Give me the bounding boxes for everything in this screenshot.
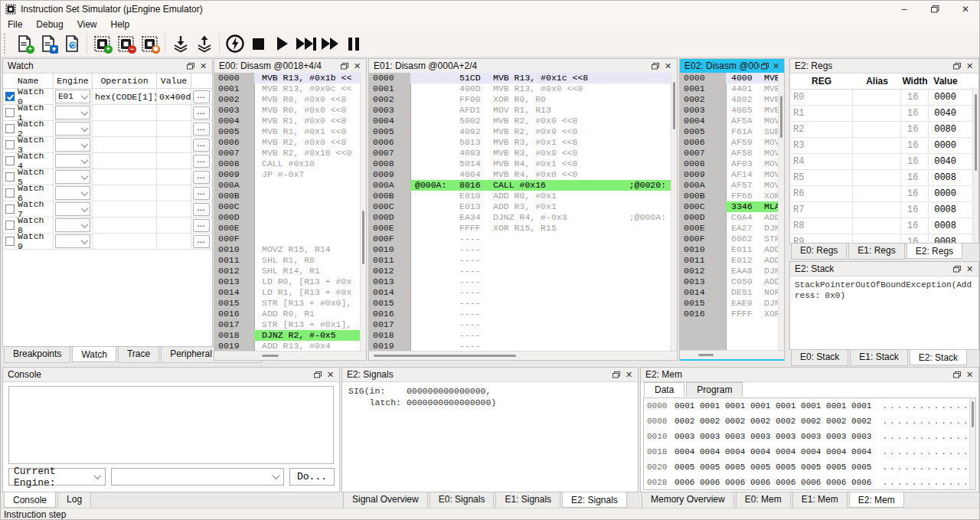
- engine-select[interactable]: [55, 138, 90, 152]
- disasm-row[interactable]: 0019 ----: [369, 341, 677, 351]
- disasm-row[interactable]: 0011 E012 ADD: [680, 255, 784, 266]
- watch-checkbox[interactable]: [5, 156, 15, 165]
- engine-combo[interactable]: Current Engine:: [8, 468, 106, 486]
- close-icon[interactable]: ✕: [622, 369, 635, 381]
- float-icon[interactable]: [950, 369, 963, 381]
- close-icon[interactable]: ✕: [963, 369, 976, 381]
- mem-values[interactable]: 0001 0001 0001 0001 0001 0001 0001 0001: [675, 401, 871, 410]
- watch-edit-button[interactable]: ...: [193, 203, 210, 216]
- scroll-thumb[interactable]: [975, 94, 977, 171]
- scroll-thumb[interactable]: [780, 96, 782, 138]
- close-icon[interactable]: ✕: [963, 263, 976, 275]
- disasm-row[interactable]: 0009 AF14 MOV: [680, 169, 784, 180]
- disasm-row[interactable]: 0009 JP #-0x7: [214, 169, 366, 180]
- disasm-row[interactable]: 0001 MVB R13, #0x9c <<: [214, 83, 366, 94]
- engine-remove-button[interactable]: −: [114, 32, 138, 55]
- disasm-row[interactable]: 0010 MOVZ R15, R14: [214, 244, 366, 255]
- disasm-row[interactable]: 0013 LD R0, [R13 + #0x: [214, 276, 366, 287]
- engine-select[interactable]: [55, 106, 90, 119]
- engine-select[interactable]: [55, 218, 90, 232]
- watch-checkbox[interactable]: [5, 124, 15, 133]
- disasm-row[interactable]: 0010 ----: [369, 244, 677, 255]
- console-output[interactable]: [8, 386, 334, 464]
- float-icon[interactable]: [338, 61, 351, 72]
- menu-item[interactable]: Debug: [29, 19, 70, 30]
- power-button[interactable]: [223, 32, 247, 55]
- tab[interactable]: E1: Mem: [792, 492, 848, 509]
- disasm-row[interactable]: 0004 5002 MVB R2, #0x0 <<8: [369, 116, 677, 126]
- engine-select[interactable]: [55, 234, 90, 248]
- float-icon[interactable]: [950, 263, 963, 275]
- disasm-row[interactable]: 0003 AFD1 MOV R1, R13: [369, 105, 677, 116]
- v-scrollbar[interactable]: [969, 398, 975, 489]
- tab[interactable]: Memory Overview: [642, 492, 734, 509]
- v-scrollbar[interactable]: [778, 73, 784, 350]
- mem-values[interactable]: 0006 0006 0006 0006 0006 0006 0006 0006: [675, 478, 871, 487]
- tab[interactable]: Program: [686, 382, 743, 397]
- tab[interactable]: Signal Overview: [343, 492, 428, 509]
- disasm-row[interactable]: 0006 MVB R2, #0x0 <<8: [214, 137, 366, 148]
- disasm-row[interactable]: 0006 5013 MVB R3, #0x1 <<8: [369, 137, 677, 148]
- step-to-end-button[interactable]: [294, 32, 318, 55]
- watch-edit-button[interactable]: ...: [193, 106, 210, 119]
- disasm-row[interactable]: 0002 FF00 XOR R0, R0: [369, 94, 677, 105]
- disasm-row[interactable]: 0015 STR [R13 + #0x0],: [214, 298, 366, 309]
- disasm-row[interactable]: 000D C0A4 ADD: [680, 212, 784, 223]
- file-add-button[interactable]: +: [12, 32, 36, 55]
- h-scrollbar[interactable]: [214, 351, 366, 360]
- mem-values[interactable]: 0003 0003 0003 0003 0003 0003 0003 0003: [675, 432, 871, 441]
- v-scrollbar[interactable]: [360, 73, 366, 351]
- watch-edit-button[interactable]: ...: [193, 171, 210, 184]
- v-scrollbar[interactable]: [972, 88, 978, 243]
- disasm-row[interactable]: 0009 4004 MVB R4, #0x0 <<0: [369, 169, 677, 180]
- disasm-row[interactable]: 0001 400D MVB R13, #0x0 <<0: [369, 83, 677, 94]
- close-icon[interactable]: ✕: [197, 61, 210, 72]
- disasm-row[interactable]: 0002 4802 MVB: [680, 94, 784, 105]
- engine-select[interactable]: [55, 154, 90, 168]
- close-icon[interactable]: ✕: [662, 61, 675, 72]
- watch-checkbox[interactable]: [5, 237, 15, 246]
- close-button[interactable]: ✕: [950, 1, 980, 18]
- engine-select[interactable]: [55, 170, 90, 184]
- menu-item[interactable]: View: [70, 19, 104, 30]
- disasm-row[interactable]: 000B E010 ADD R0, #0x1: [369, 191, 677, 201]
- mem-values[interactable]: 0004 0004 0004 0004 0004 0004 0004 0004: [675, 447, 871, 456]
- mem-values[interactable]: 0002 0002 0002 0002 0002 0002 0002 0002: [675, 417, 871, 426]
- pause-button[interactable]: [341, 32, 365, 55]
- register-value[interactable]: 0040: [929, 154, 962, 169]
- do-button[interactable]: Do...: [289, 468, 335, 486]
- disasm-row[interactable]: 0003 4085 MVB: [680, 105, 784, 116]
- disasm-row[interactable]: 0004 AF5A MOV: [680, 116, 784, 126]
- disasm-row[interactable]: 0007 MVB R2, #0x10 <<0: [214, 148, 366, 159]
- tab[interactable]: Trace: [118, 347, 159, 363]
- h-scrollbar[interactable]: [369, 351, 677, 360]
- watch-checkbox[interactable]: [5, 204, 15, 214]
- tab[interactable]: E2: Mem: [849, 492, 904, 508]
- disasm-row[interactable]: 000F: [214, 234, 366, 244]
- register-value[interactable]: 0000: [929, 186, 962, 201]
- disasm-row[interactable]: 0016 ----: [369, 309, 677, 319]
- disasm-row[interactable]: 000C 3346 MLA!: [680, 201, 784, 212]
- tab[interactable]: E1: Regs: [848, 244, 904, 260]
- register-value[interactable]: 0000: [929, 90, 962, 105]
- engine-select[interactable]: [55, 122, 90, 136]
- dump-program-button[interactable]: [192, 32, 216, 55]
- disasm-row[interactable]: 0017 ----: [369, 319, 677, 330]
- tab[interactable]: E1: Stack: [850, 350, 907, 366]
- disasm-row[interactable]: 000A @000A: 8016 CALL #0x16 ;@0020:: [369, 180, 677, 191]
- engine-select[interactable]: [55, 186, 90, 200]
- disasm-row[interactable]: 000C: [214, 201, 366, 212]
- watch-edit-button[interactable]: ...: [193, 219, 210, 232]
- disasm-row[interactable]: 0000 MVB R13, #0x1b <<: [214, 73, 366, 83]
- scroll-thumb[interactable]: [698, 354, 714, 356]
- engine-select[interactable]: E01: [55, 90, 90, 103]
- close-icon[interactable]: ✕: [963, 61, 976, 72]
- fast-run-button[interactable]: [318, 32, 341, 55]
- disasm-row[interactable]: 000A AF57 MOV: [680, 180, 784, 191]
- disasm-row[interactable]: 0008 CALL #0x10: [214, 159, 366, 169]
- disasm-row[interactable]: 000C E013 ADD R3, #0x1: [369, 201, 677, 212]
- h-scrollbar[interactable]: [680, 350, 784, 359]
- tab[interactable]: Log: [57, 492, 91, 509]
- disasm-row[interactable]: 0000 51CD MVB R13, #0x1c <<8: [369, 73, 677, 83]
- disasm-row[interactable]: 000A: [214, 180, 366, 191]
